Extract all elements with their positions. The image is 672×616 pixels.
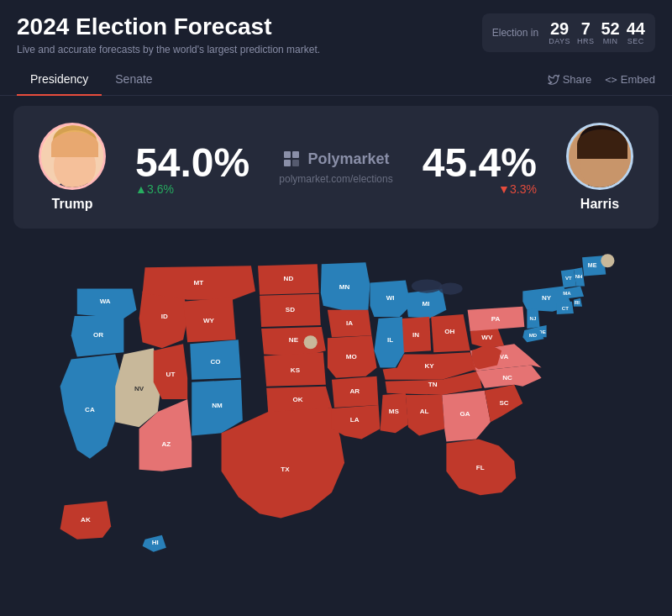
seconds-label: SEC	[627, 37, 644, 45]
tabs-bar: Presidency Senate Share <> Embed	[0, 64, 672, 96]
header-left: 2024 Election Forecast Live and accurate…	[17, 13, 320, 55]
state-oh	[431, 314, 470, 352]
countdown-days: 29 DAYS	[549, 20, 570, 45]
countdown-hours: 7 HRS	[577, 20, 595, 45]
svg-point-6	[66, 155, 69, 159]
state-ar	[332, 376, 379, 408]
svg-point-19	[593, 157, 596, 161]
harris-name: Harris	[580, 197, 619, 212]
state-ak	[60, 501, 112, 539]
trump-pct: 54.0%	[135, 140, 249, 186]
state-co	[190, 340, 241, 379]
polymarket-name: Polymarket	[307, 150, 389, 168]
forecast-card: Trump 54.0% ▲3.6% Polymarket polymarket.…	[13, 106, 659, 229]
svg-point-0	[41, 125, 106, 190]
state-ok	[266, 387, 332, 412]
lake-michigan	[412, 279, 442, 292]
state-fl	[446, 439, 516, 495]
state-hi	[143, 535, 166, 552]
svg-point-8	[71, 160, 79, 166]
svg-point-4	[63, 155, 70, 160]
state-wy	[183, 297, 236, 343]
state-ri	[574, 298, 582, 307]
minutes-value: 52	[601, 20, 620, 37]
state-nj	[527, 308, 539, 329]
svg-point-1	[53, 125, 97, 155]
svg-point-21	[598, 161, 606, 168]
trump-candidate: Trump	[39, 123, 106, 212]
state-ut	[154, 344, 187, 399]
embed-button[interactable]: <> Embed	[605, 73, 655, 86]
page-title: 2024 Election Forecast	[17, 13, 320, 40]
tabs-left: Presidency Senate	[17, 64, 166, 95]
state-ga	[442, 391, 491, 442]
map-svg: WA OR CA NV ID MT WY UT AZ CO	[13, 242, 659, 582]
svg-point-5	[80, 155, 87, 160]
svg-point-20	[610, 157, 613, 161]
page-header: 2024 Election Forecast Live and accurate…	[0, 0, 672, 64]
harris-pct-block: 45.4% ▼3.3%	[423, 140, 537, 196]
share-button[interactable]: Share	[548, 73, 592, 86]
state-ct	[557, 302, 574, 314]
state-or	[71, 316, 124, 357]
state-in	[402, 317, 431, 352]
hours-value: 7	[581, 20, 591, 37]
harris-change: ▼3.3%	[498, 182, 537, 196]
svg-point-3	[56, 141, 93, 185]
seconds-value: 44	[627, 20, 645, 37]
state-mn	[321, 262, 370, 312]
state-nd	[258, 264, 319, 294]
countdown-widget: Election in 29 DAYS 7 HRS 52 MIN 44 SEC	[482, 13, 655, 52]
lake-erie	[438, 283, 462, 295]
harris-forecast-nums: 45.4% ▼3.3%	[423, 140, 537, 196]
state-mi	[406, 289, 447, 319]
state-mt	[143, 266, 255, 299]
svg-point-7	[82, 155, 86, 159]
page-subtitle: Live and accurate forecasts by the world…	[17, 44, 320, 55]
state-sc	[485, 385, 522, 422]
svg-point-18	[607, 156, 614, 161]
polymarket-url: polymarket.com/elections	[279, 173, 392, 185]
svg-rect-11	[284, 160, 291, 166]
svg-point-13	[569, 125, 633, 190]
trump-pct-block: 54.0% ▲3.6%	[135, 140, 249, 196]
polymarket-logo: Polymarket	[282, 150, 389, 168]
trump-avatar	[39, 123, 106, 190]
hours-label: HRS	[577, 37, 595, 45]
harris-avatar	[566, 123, 633, 190]
tab-senate[interactable]: Senate	[102, 64, 165, 96]
minutes-label: MIN	[603, 37, 618, 45]
state-ms	[381, 393, 408, 433]
state-wi	[370, 280, 411, 316]
days-value: 29	[550, 20, 569, 37]
trump-change: ▲3.6%	[135, 182, 174, 196]
svg-rect-9	[284, 151, 291, 158]
countdown-units: 29 DAYS 7 HRS 52 MIN 44 SEC	[549, 20, 645, 45]
state-pa	[468, 307, 525, 331]
trump-name: Trump	[52, 197, 93, 212]
svg-point-2	[55, 130, 95, 157]
state-ks	[264, 352, 326, 386]
harris-candidate: Harris	[566, 123, 633, 212]
state-vt	[561, 269, 576, 287]
center-info: Polymarket polymarket.com/elections	[279, 150, 392, 185]
me-split-dot	[601, 254, 614, 267]
tab-presidency[interactable]: Presidency	[17, 64, 102, 96]
state-tx	[222, 408, 345, 518]
ne-split-dot	[304, 335, 318, 349]
countdown-seconds: 44 SEC	[627, 20, 645, 45]
state-ca	[60, 354, 124, 458]
trump-forecast-nums: 54.0% ▲3.6%	[135, 140, 249, 196]
svg-rect-10	[292, 151, 299, 158]
state-al	[406, 395, 444, 436]
tabs-right: Share <> Embed	[548, 73, 655, 86]
harris-pct: 45.4%	[423, 140, 537, 186]
svg-rect-12	[292, 160, 299, 166]
countdown-label: Election in	[492, 27, 538, 39]
countdown-minutes: 52 MIN	[601, 20, 620, 45]
days-label: DAYS	[549, 37, 570, 45]
svg-point-15	[582, 131, 622, 161]
svg-point-14	[579, 125, 626, 161]
svg-point-16	[585, 144, 620, 186]
svg-point-17	[591, 156, 597, 161]
